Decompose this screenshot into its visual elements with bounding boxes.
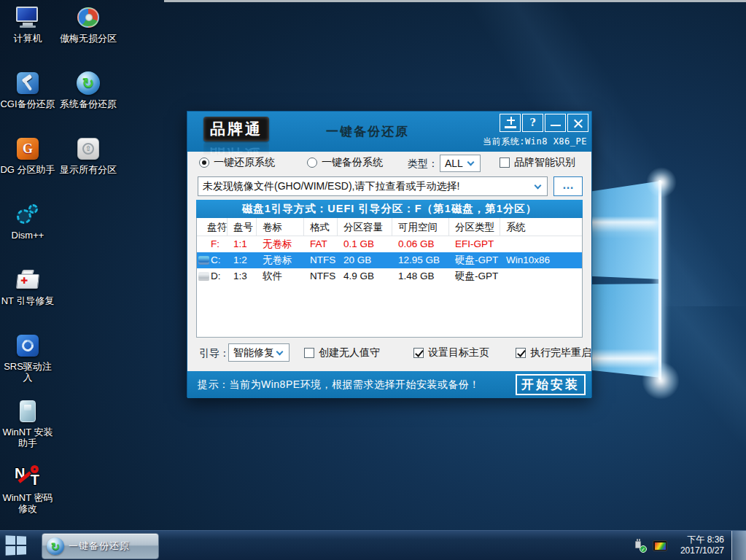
minimize-button[interactable] [545,114,566,132]
browse-button[interactable]: … [553,176,583,196]
icon-label: WinNT 密码 修改 [0,492,56,514]
table-row-partition-d[interactable]: D: 1:3 软件 NTFS 4.9 GB 1.48 GB 硬盘-GPT [197,268,582,284]
start-install-button[interactable]: 开始安装 [516,374,586,395]
clock-date: 2017/10/27 [680,545,724,556]
checkbox-label: 品牌智能识别 [514,156,575,169]
col-disk-index[interactable]: 盘号 [228,218,257,236]
data-drive-icon [198,272,209,281]
desktop-icon-cgi-backup[interactable]: CGI备份还原 [0,70,56,109]
table-row-partition-c-selected[interactable]: C: 1:2 无卷标 NTFS 20 GB 12.95 GB 硬盘-GPT Wi… [197,252,582,268]
gears-icon [0,201,56,228]
wallpaper-logo-edge-glow [658,180,661,380]
desktop-icon-dism[interactable]: Dism++ [0,201,56,241]
col-volume[interactable]: 卷标 [257,218,304,236]
desktop-icon-dg-partition[interactable]: G DG 分区助手 [0,136,56,175]
checkbox-unattended[interactable]: 创建无人值守 [304,346,380,359]
task-button-label: 一键备份还原 [69,540,130,553]
radio-one-key-backup[interactable]: 一键备份系统 [307,156,383,169]
col-system[interactable]: 系统 [500,218,573,236]
checkbox-box [516,348,526,358]
checkbox-brand-smart-detect[interactable]: 品牌智能识别 [500,156,575,169]
backup-restore-window: 品牌通 品牌通 一键备份还原 ? 当前系统:Win8 X86_PE 一键还原系统… [187,111,592,397]
desktop: 计算机 傲梅无损分区 CGI备份还原 ↻ 系统备份还原 G DG 分区助手 ⇧ … [0,0,746,560]
col-capacity[interactable]: 分区容量 [338,218,392,236]
icon-label: NT 引导修复 [0,295,56,306]
boot-mode-value: 智能修复 [229,346,277,359]
computer-icon [0,4,56,31]
screen-top-edge-strip [164,0,746,2]
hammer-tile-icon [0,70,56,96]
table-header-row: 盘符 盘号 卷标 格式 分区容量 可用空间 分区类型 系统 [197,218,582,236]
icon-label: 系统备份还原 [58,98,119,109]
desktop-icon-computer[interactable]: 计算机 [0,4,56,44]
col-format[interactable]: 格式 [304,218,338,236]
col-drive[interactable]: 盘符 [197,218,228,236]
taskbar-task-button[interactable]: ↻ 一键备份还原 [42,533,159,559]
image-file-combobox[interactable]: 未发现镜像文件(GHO/WIM/ESD),请下拉查看或手动选择! [198,176,548,196]
desktop-icon-aomei-partition[interactable]: 傲梅无损分区 [58,4,119,44]
chevron-down-icon [535,182,542,189]
checkbox-box [304,348,314,358]
col-free-space[interactable]: 可用空间 [392,218,449,236]
red-key-icon: NT [0,464,56,490]
no-drive-icon [198,240,209,249]
bottom-options-row: 引导： 智能修复 创建无人值守 设置目标主页 执行完毕重启 [187,343,591,362]
radio-dot [307,158,317,168]
disk-boot-info-bar: 磁盘1引导方式：UEFI 引导分区：F（第1磁盘，第1分区） [196,200,583,218]
icon-label: CGI备份还原 [0,98,56,109]
type-label: 类型： [408,158,438,171]
clock-time: 下午 8:36 [680,534,724,545]
desktop-icon-winnt-password[interactable]: NT WinNT 密码 修改 [0,464,56,514]
checkbox-box [413,348,424,358]
usb-safely-remove-icon[interactable]: ✓ [634,540,647,552]
icon-label: 计算机 [0,33,56,44]
help-button[interactable]: ? [522,114,543,132]
partition-table: 盘符 盘号 卷标 格式 分区容量 可用空间 分区类型 系统 F: 1:1 无卷标… [196,218,583,338]
boot-mode-select[interactable]: 智能修复 [228,343,290,362]
refresh-sphere-icon: ↻ [47,537,64,555]
icon-label: DG 分区助手 [0,164,56,175]
toolbox-icon: ✚ [0,267,56,293]
type-select-value: ALL [440,158,468,169]
taskbar: ↻ 一键备份还原 ✓ 下午 8:36 2017/10/27 [0,530,746,560]
dg-tile-icon: G [0,136,56,162]
desktop-icon-nt-boot-repair[interactable]: ✚ NT 引导修复 [0,267,56,306]
desktop-icon-srs-driver[interactable]: SRS驱动注入 [0,332,56,383]
system-drive-icon [198,256,209,265]
close-button[interactable] [567,114,588,132]
checkbox-label: 执行完毕重启 [530,346,591,359]
col-type[interactable]: 分区类型 [449,218,500,236]
checkbox-set-homepage[interactable]: 设置目标主页 [413,346,489,359]
pin-tool-button[interactable] [500,114,521,132]
window-controls: ? [500,114,588,132]
icon-label: 显示所有分区 [58,164,119,175]
window-titlebar[interactable]: 品牌通 品牌通 一键备份还原 ? 当前系统:Win8 X86_PE [187,112,591,152]
desktop-icon-system-backup[interactable]: ↻ 系统备份还原 [58,70,119,109]
refresh-sphere-icon: ↻ [58,70,119,96]
tip-text: 提示：当前为Win8PE环境，根据需求选择开始安装或备份！ [198,378,480,392]
desktop-icon-show-partitions[interactable]: ⇧ 显示所有分区 [58,136,119,175]
boot-label: 引导： [199,347,230,360]
table-row-partition-f[interactable]: F: 1:1 无卷标 FAT 0.1 GB 0.06 GB EFI-GPT [197,236,582,252]
icon-label: WinNT 安装 助手 [0,427,56,448]
chevron-down-icon [467,159,475,166]
radio-label: 一键备份系统 [322,156,383,169]
icon-label: Dism++ [0,230,56,241]
desktop-icon-winnt-install[interactable]: WinNT 安装 助手 [0,398,56,448]
radio-label: 一键还原系统 [214,156,275,169]
status-bar: 提示：当前为Win8PE环境，根据需求选择开始安装或备份！ 开始安装 [187,371,591,398]
radio-dot [199,158,209,168]
glass-card-icon [0,398,56,424]
checkbox-box [500,158,510,168]
start-button[interactable] [6,536,32,556]
checkbox-label: 创建无人值守 [319,346,380,359]
type-select[interactable]: ALL [440,155,481,172]
display-settings-icon[interactable] [653,540,667,551]
show-desktop-button[interactable] [731,531,746,560]
checkbox-reboot-when-done[interactable]: 执行完毕重启 [516,346,591,359]
taskbar-clock[interactable]: 下午 8:36 2017/10/27 [680,534,724,556]
radio-one-key-restore[interactable]: 一键还原系统 [199,156,275,169]
pie-disk-icon [58,4,119,31]
driver-tile-icon [0,332,56,359]
current-system-status: 当前系统:Win8 X86_PE [483,136,587,148]
